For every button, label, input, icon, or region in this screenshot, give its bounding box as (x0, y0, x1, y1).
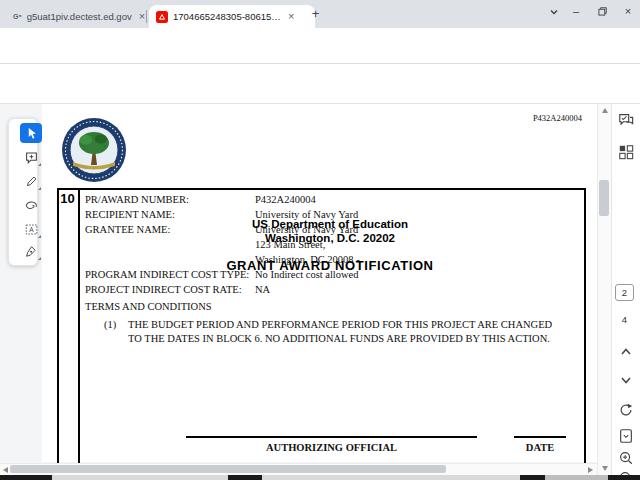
minimize-button[interactable]: – (568, 4, 584, 20)
comments-panel-icon[interactable] (618, 112, 634, 128)
scroll-up-arrow-icon[interactable] (602, 108, 608, 113)
vertical-scrollbar[interactable] (597, 104, 611, 475)
rotate-page-icon[interactable] (618, 402, 634, 418)
select-tool-button[interactable] (20, 123, 42, 143)
add-comment-tool-button[interactable] (20, 147, 42, 167)
date-label: DATE (505, 442, 575, 453)
taskbar-sliver (0, 475, 640, 480)
tab-label: 1704665248305-806151453.pdf (173, 11, 281, 22)
scroll-right-arrow-icon[interactable] (588, 467, 593, 473)
lasso-loop-icon (24, 200, 38, 211)
pencil-icon (25, 175, 38, 188)
acrobat-tool-palette: A (8, 118, 38, 266)
tab-close-icon[interactable]: × (139, 11, 145, 22)
scroll-down-arrow-icon[interactable] (602, 466, 608, 471)
field-row: GRANTEE NAME:University of Navy Yard (85, 222, 360, 237)
draw-tool-button[interactable] (20, 171, 42, 191)
close-window-button[interactable]: × (620, 4, 636, 20)
tab-close-icon[interactable]: × (288, 11, 294, 22)
doc-corner-award-number: P432A240004 (470, 113, 582, 123)
adobe-pdf-favicon (156, 11, 168, 23)
terms-heading: TERMS AND CONDITIONS (85, 301, 212, 312)
terms-item: (1) THE BUDGET PERIOD AND PERFORMANCE PE… (104, 318, 556, 345)
tab-label: g5uat1piv.dectest.ed.gov (27, 11, 132, 22)
form-border-right (584, 188, 586, 475)
bookmarks-bar: Access Form Stuff EDCAPS Training uPerfo… (0, 46, 640, 64)
g5-favicon: G⁵ (13, 13, 22, 20)
field-row: PR/AWARD NUMBER:P432A240004 (85, 192, 360, 207)
previous-page-chevron-icon[interactable] (618, 344, 634, 360)
block-number: 10 (57, 191, 78, 206)
svg-text:A: A (29, 225, 34, 232)
cursor-arrow-icon (26, 127, 37, 140)
vertical-scroll-thumb[interactable] (599, 180, 609, 216)
tab-strip: G⁵ g5uat1piv.dectest.ed.gov × 1704665248… (0, 0, 640, 28)
form-border-top (57, 188, 585, 190)
total-pages-label: 4 (615, 314, 634, 325)
terms-item-text: THE BUDGET PERIOD AND PERFORMANCE PERIOD… (128, 318, 556, 345)
comment-bubble-icon (25, 151, 38, 164)
pen-nib-icon (25, 245, 38, 258)
page-thumbnails-icon[interactable] (618, 144, 634, 160)
tab-separator (146, 10, 147, 23)
pdf-viewer-area: P432A240004 US Department of Education W… (0, 104, 640, 475)
tab-pdf-active[interactable]: 1704665248305-806151453.pdf × (149, 5, 315, 28)
acrobat-toolbar: Tools g5uat1piv.de... / 17046652...61514… (0, 63, 640, 104)
tab-search-chevron-icon[interactable] (546, 4, 562, 20)
authorizing-official-label: AUTHORIZING OFFICIAL (186, 442, 477, 453)
award-fields: PR/AWARD NUMBER:P432A240004 RECIPIENT NA… (85, 192, 360, 297)
field-row: PROJECT INDIRECT COST RATE:NA (85, 282, 360, 297)
form-border-inner (78, 188, 80, 475)
fit-page-icon[interactable] (618, 428, 634, 444)
new-tab-button[interactable]: + (308, 7, 323, 22)
next-page-chevron-icon[interactable] (618, 372, 634, 388)
scroll-left-arrow-icon[interactable] (3, 467, 8, 473)
highlight-tool-button[interactable] (20, 195, 42, 215)
text-box-icon: A (25, 223, 38, 236)
field-row: Washington, DC 20008 - (85, 252, 360, 267)
signature-line (186, 436, 477, 438)
tab-g5uat1piv[interactable]: G⁵ g5uat1piv.dectest.ed.gov × (6, 5, 160, 28)
horizontal-scroll-thumb[interactable] (10, 465, 446, 473)
fill-sign-tool-button[interactable] (20, 241, 42, 261)
zoom-in-icon[interactable] (618, 450, 634, 466)
add-text-tool-button[interactable]: A (20, 219, 42, 239)
field-row: RECIPIENT NAME:University of Navy Yard (85, 207, 360, 222)
restore-button[interactable] (594, 4, 610, 20)
field-row: 123 Main Street, (85, 237, 360, 252)
field-row: PROGRAM INDIRECT COST TYPE:No Indirect c… (85, 267, 360, 282)
department-of-education-seal (61, 117, 127, 183)
form-border-left (57, 188, 59, 475)
browser-toolbar: ← → ↻ Adobe Acrobat: PDF edit, convert, … (0, 28, 640, 46)
current-page-input[interactable]: 2 (615, 284, 634, 301)
date-line (514, 436, 566, 438)
terms-item-number: (1) (104, 318, 128, 345)
